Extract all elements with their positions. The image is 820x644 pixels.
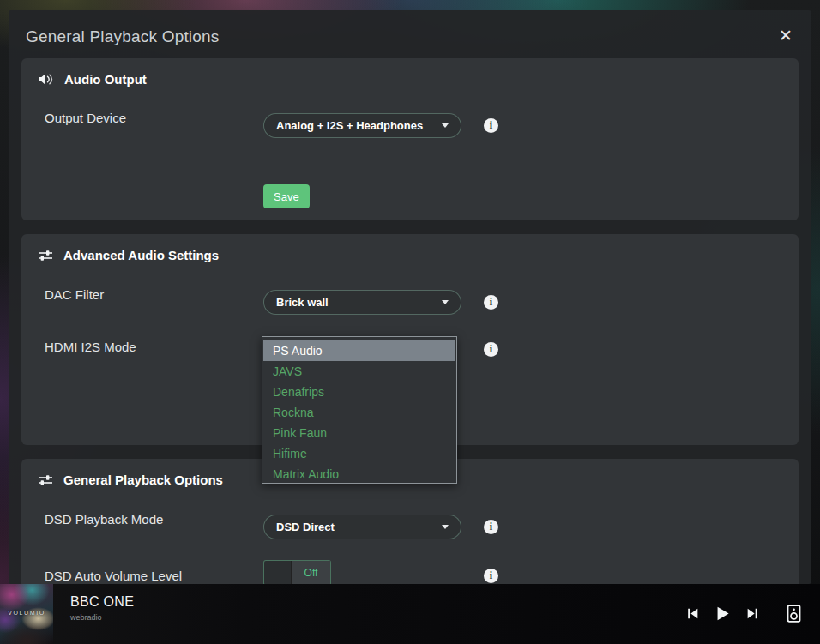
- dac-filter-value: Brick wall: [276, 296, 329, 309]
- output-device-select[interactable]: Analog + I2S + Headphones: [263, 113, 461, 138]
- audio-output-heading-label: Audio Output: [64, 72, 147, 87]
- sliders-icon: [39, 250, 52, 262]
- dropdown-option[interactable]: Matrix Audio: [263, 464, 455, 482]
- dsd-playback-mode-info-icon[interactable]: i: [484, 520, 498, 534]
- general-playback-heading: General Playback Options: [39, 472, 223, 487]
- audio-output-heading: Audio Output: [39, 72, 147, 87]
- advanced-audio-heading: Advanced Audio Settings: [39, 248, 219, 262]
- hdmi-i2s-mode-label: HDMI I2S Mode: [45, 340, 136, 354]
- chevron-down-icon: [442, 123, 449, 128]
- toggle-state-label: Off: [291, 561, 330, 585]
- track-type: webradio: [70, 613, 102, 622]
- multiroom-speaker-icon[interactable]: [787, 605, 801, 626]
- save-button[interactable]: Save: [263, 184, 310, 208]
- general-playback-options-modal: General Playback Options ✕ Audio Output …: [9, 10, 811, 584]
- sliders-icon: [39, 474, 52, 486]
- output-device-value: Analog + I2S + Headphones: [276, 119, 423, 132]
- modal-title: General Playback Options: [26, 27, 220, 46]
- player-bar: VOLUMIO BBC ONE webradio: [0, 584, 820, 644]
- hdmi-i2s-mode-info-icon[interactable]: i: [484, 342, 498, 357]
- hdmi-i2s-mode-dropdown-list: PS Audio JAVS Denafrips Rockna Pink Faun…: [262, 336, 457, 484]
- playback-controls: [685, 605, 801, 626]
- play-icon[interactable]: [714, 605, 731, 625]
- dac-filter-select[interactable]: Brick wall: [263, 290, 461, 315]
- dsd-auto-volume-info-icon[interactable]: i: [484, 569, 498, 583]
- dsd-auto-volume-toggle[interactable]: Off: [263, 560, 331, 586]
- dsd-auto-volume-label: DSD Auto Volume Level: [45, 569, 182, 583]
- advanced-audio-heading-label: Advanced Audio Settings: [63, 248, 219, 262]
- album-art[interactable]: VOLUMIO: [0, 584, 53, 644]
- dac-filter-info-icon[interactable]: i: [484, 295, 498, 310]
- output-device-label: Output Device: [45, 111, 126, 125]
- dropdown-option[interactable]: Rockna: [263, 402, 455, 423]
- dac-filter-label: DAC Filter: [45, 287, 104, 302]
- output-device-info-icon[interactable]: i: [484, 118, 498, 133]
- track-title: BBC ONE: [70, 594, 134, 610]
- close-icon[interactable]: ✕: [774, 24, 798, 48]
- chevron-down-icon: [442, 525, 449, 529]
- album-art-logo-text: VOLUMIO: [8, 610, 45, 616]
- chevron-down-icon: [442, 300, 449, 304]
- previous-track-icon[interactable]: [685, 606, 700, 624]
- dropdown-option[interactable]: Hifime: [263, 443, 455, 464]
- dsd-playback-mode-value: DSD Direct: [276, 521, 335, 533]
- dropdown-option[interactable]: Pink Faun: [263, 423, 455, 443]
- general-playback-heading-label: General Playback Options: [63, 472, 223, 487]
- dropdown-option[interactable]: Denafrips: [263, 382, 455, 402]
- dsd-playback-mode-select[interactable]: DSD Direct: [263, 515, 461, 539]
- dropdown-option[interactable]: JAVS: [263, 361, 455, 382]
- advanced-audio-settings-panel: Advanced Audio Settings DAC Filter Brick…: [21, 234, 799, 445]
- dropdown-option-selected[interactable]: PS Audio: [263, 340, 455, 361]
- next-track-icon[interactable]: [745, 606, 760, 624]
- audio-output-panel: Audio Output Output Device Analog + I2S …: [21, 58, 799, 220]
- dsd-playback-mode-label: DSD Playback Mode: [45, 512, 163, 527]
- volume-icon: [39, 73, 53, 86]
